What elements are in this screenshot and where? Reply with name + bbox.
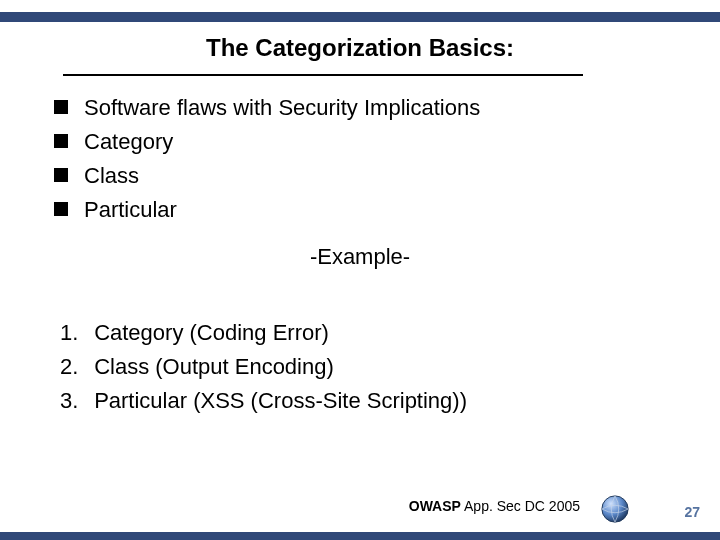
- item-text: Particular (XSS (Cross-Site Scripting)): [94, 388, 467, 413]
- square-bullet-icon: [54, 100, 68, 114]
- bullet-list: Software flaws with Security Implication…: [50, 92, 670, 226]
- slide: The Categorization Basics: Software flaw…: [0, 0, 720, 540]
- numbered-list: 1. Category (Coding Error) 2. Class (Out…: [50, 316, 670, 418]
- title-underline: [63, 74, 583, 76]
- page-number: 27: [684, 504, 700, 520]
- item-number: 3.: [60, 384, 88, 418]
- bullet-text: Class: [84, 163, 139, 188]
- top-accent-bar: [0, 12, 720, 22]
- list-item: 2. Class (Output Encoding): [60, 350, 670, 384]
- item-number: 2.: [60, 350, 88, 384]
- item-text: Class (Output Encoding): [94, 354, 334, 379]
- item-number: 1.: [60, 316, 88, 350]
- bullet-text: Software flaws with Security Implication…: [84, 95, 480, 120]
- bullet-text: Category: [84, 129, 173, 154]
- square-bullet-icon: [54, 168, 68, 182]
- footer-text: OWASP App. Sec DC 2005: [409, 498, 580, 514]
- square-bullet-icon: [54, 134, 68, 148]
- list-item: Class: [50, 160, 670, 192]
- footer-event: App. Sec DC 2005: [464, 498, 580, 514]
- list-item: Particular: [50, 194, 670, 226]
- bottom-accent-bar: [0, 532, 720, 540]
- globe-icon: [600, 494, 630, 524]
- square-bullet-icon: [54, 202, 68, 216]
- slide-title: The Categorization Basics:: [0, 34, 720, 62]
- slide-content: Software flaws with Security Implication…: [50, 92, 670, 418]
- example-label: -Example-: [50, 244, 670, 270]
- list-item: 1. Category (Coding Error): [60, 316, 670, 350]
- list-item: Software flaws with Security Implication…: [50, 92, 670, 124]
- svg-point-0: [602, 496, 628, 522]
- list-item: Category: [50, 126, 670, 158]
- item-text: Category (Coding Error): [94, 320, 329, 345]
- bullet-text: Particular: [84, 197, 177, 222]
- footer-org: OWASP: [409, 498, 461, 514]
- list-item: 3. Particular (XSS (Cross-Site Scripting…: [60, 384, 670, 418]
